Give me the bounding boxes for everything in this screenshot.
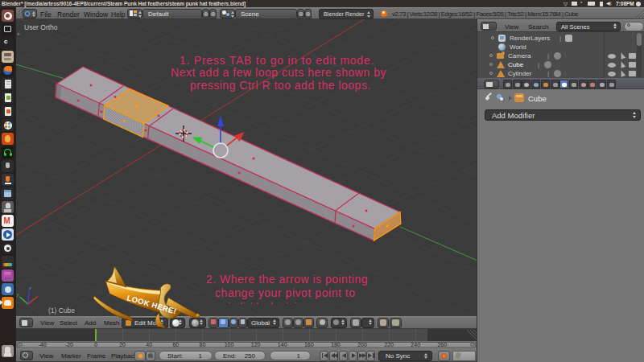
svg-text:z: z (29, 286, 31, 290)
svg-text:y: y (17, 292, 19, 297)
